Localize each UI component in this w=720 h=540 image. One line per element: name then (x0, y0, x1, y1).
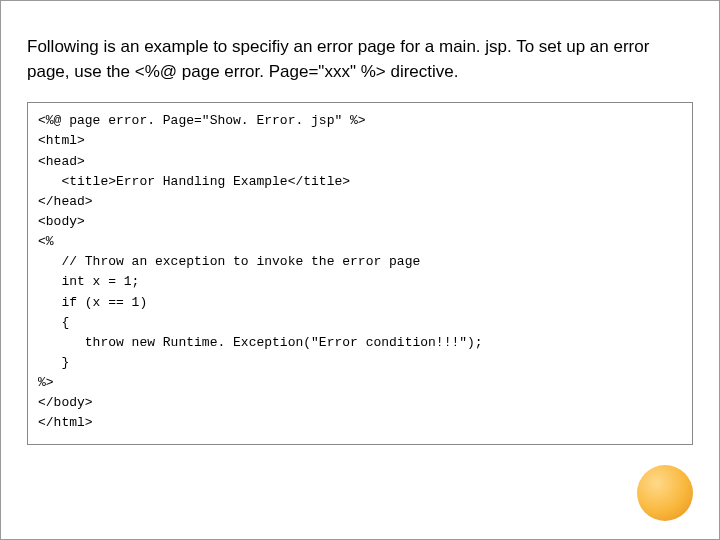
code-line: throw new Runtime. Exception("Error cond… (38, 333, 682, 353)
slide: Following is an example to specifiy an e… (1, 1, 719, 465)
intro-part2: directive. (386, 62, 459, 81)
code-line: // Throw an exception to invoke the erro… (38, 252, 682, 272)
code-line: <head> (38, 152, 682, 172)
code-line: <% (38, 232, 682, 252)
code-line: <body> (38, 212, 682, 232)
code-line: <%@ page error. Page="Show. Error. jsp" … (38, 111, 682, 131)
code-line: <html> (38, 131, 682, 151)
code-line: </html> (38, 413, 682, 433)
code-line: </head> (38, 192, 682, 212)
code-line: } (38, 353, 682, 373)
code-line: <title>Error Handling Example</title> (38, 172, 682, 192)
code-line: int x = 1; (38, 272, 682, 292)
code-line: if (x == 1) (38, 293, 682, 313)
decor-circle-icon (637, 465, 693, 521)
intro-directive: <%@ page error. Page="xxx" %> (135, 62, 386, 81)
code-line: { (38, 313, 682, 333)
code-line: </body> (38, 393, 682, 413)
code-line: %> (38, 373, 682, 393)
code-box: <%@ page error. Page="Show. Error. jsp" … (27, 102, 693, 444)
intro-text: Following is an example to specifiy an e… (27, 35, 693, 84)
